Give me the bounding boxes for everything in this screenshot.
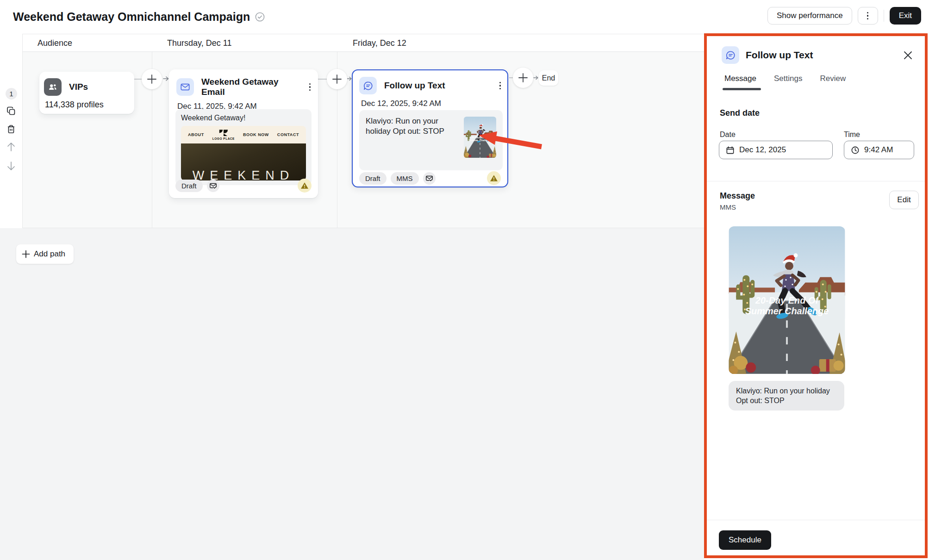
sms-channel-badge: MMS xyxy=(391,172,419,185)
sms-card-selected[interactable]: Follow up Text Dec 12, 2025, 9:42 AM Kla… xyxy=(352,69,508,187)
sms-detail-panel: Follow up Text Message Settings Review S… xyxy=(704,33,928,558)
email-template-thumbnail: ABOUT LOGO PLACE BOOK NOW CONTACT WEEKEN… xyxy=(181,126,306,180)
sms-delivery-icon xyxy=(423,172,436,185)
panel-sms-icon xyxy=(722,46,739,64)
close-panel-icon[interactable] xyxy=(903,50,913,60)
kebab-icon xyxy=(867,12,869,20)
email-icon xyxy=(176,78,194,96)
add-step-button[interactable] xyxy=(327,69,347,89)
email-card-menu[interactable] xyxy=(309,83,311,91)
message-type-label: MMS xyxy=(720,203,736,211)
email-nav-book-now: BOOK NOW xyxy=(243,132,269,137)
end-node: End xyxy=(539,70,558,86)
add-path-button[interactable]: Add path xyxy=(16,244,74,264)
panel-title: Follow up Text xyxy=(746,50,813,61)
column-divider xyxy=(152,34,152,228)
column-audience: Audience xyxy=(37,34,72,52)
calendar-icon xyxy=(726,146,735,155)
exit-button[interactable]: Exit xyxy=(890,7,921,25)
message-heading: Message xyxy=(720,191,755,201)
mms-image-preview xyxy=(729,226,845,374)
schedule-button[interactable]: Schedule xyxy=(719,530,771,550)
add-step-button[interactable] xyxy=(513,68,533,88)
sms-card-datetime: Dec 12, 2025, 9:42 AM xyxy=(353,94,507,108)
clock-icon xyxy=(851,146,860,155)
sms-preview: Klaviyo: Run on your holiday Opt out: ST… xyxy=(359,110,503,170)
move-row-down-icon[interactable] xyxy=(6,161,16,171)
active-tab-indicator xyxy=(723,88,761,90)
header-divider xyxy=(884,10,884,22)
panel-tabs: Message Settings Review xyxy=(724,74,846,90)
page-title: Weekend Getaway Omnichannel Campaign xyxy=(13,0,265,34)
date-label: Date xyxy=(720,131,736,139)
campaign-title: Weekend Getaway Omnichannel Campaign xyxy=(13,10,250,24)
email-status-badge: Draft xyxy=(175,180,203,192)
header-actions: Show performance Exit xyxy=(767,7,921,25)
row-number-badge: 1 xyxy=(6,88,17,100)
send-date-heading: Send date xyxy=(720,108,760,118)
connector-arrow-icon xyxy=(533,75,539,81)
tab-message[interactable]: Message xyxy=(724,74,756,90)
date-input[interactable]: Dec 12, 2025 xyxy=(719,141,833,159)
tab-review[interactable]: Review xyxy=(820,74,846,90)
email-card-title: Weekend Getaway Email xyxy=(201,77,302,97)
edit-message-button[interactable]: Edit xyxy=(889,191,919,209)
timeline-column-header: Audience Thursday, Dec 11 Friday, Dec 12 xyxy=(0,34,704,52)
audience-card[interactable]: VIPs 114,338 profiles xyxy=(39,72,134,114)
move-row-up-icon[interactable] xyxy=(6,142,16,152)
duplicate-row-icon[interactable] xyxy=(6,106,16,116)
check-circle-icon xyxy=(255,12,265,22)
sms-warning-icon xyxy=(487,171,501,185)
section-divider xyxy=(707,181,925,181)
connector-line xyxy=(318,79,327,80)
connector-arrow-icon xyxy=(163,75,169,82)
audience-profiles-count: 114,338 profiles xyxy=(39,96,134,110)
audience-card-title: VIPs xyxy=(69,82,128,92)
add-step-button[interactable] xyxy=(142,69,162,89)
email-subject: Weekend Getaway! xyxy=(175,109,312,122)
footer-divider xyxy=(707,520,925,520)
email-preview: Weekend Getaway! ABOUT LOGO PLACE BOOK N… xyxy=(175,109,312,185)
show-performance-button[interactable]: Show performance xyxy=(767,7,852,25)
sms-card-title: Follow up Text xyxy=(384,81,492,91)
email-nav-contact: CONTACT xyxy=(277,132,299,137)
column-friday: Friday, Dec 12 xyxy=(353,34,406,52)
sms-icon xyxy=(359,77,377,94)
time-label: Time xyxy=(844,131,860,139)
more-options-button[interactable] xyxy=(858,7,878,25)
sms-status-badge: Draft xyxy=(359,172,387,185)
column-divider xyxy=(337,34,337,228)
column-thursday: Thursday, Dec 11 xyxy=(167,34,231,52)
audience-people-icon xyxy=(44,78,62,96)
time-input[interactable]: 9:42 AM xyxy=(844,141,914,159)
email-logo: LOGO PLACE xyxy=(212,130,235,140)
campaign-canvas: Audience Thursday, Dec 11 Friday, Dec 12… xyxy=(0,34,704,560)
app-header: Weekend Getaway Omnichannel Campaign Sho… xyxy=(0,0,929,34)
delete-row-icon[interactable] xyxy=(6,124,16,134)
sms-preview-text: Klaviyo: Run on your holiday Opt out: ST… xyxy=(359,110,467,143)
sms-card-menu[interactable] xyxy=(499,82,501,90)
email-warning-icon xyxy=(298,179,312,193)
row-toolbar: 1 xyxy=(0,34,23,228)
sms-preview-image xyxy=(464,117,496,158)
mms-text-bubble: Klaviyo: Run on your holiday Opt out: ST… xyxy=(729,381,844,411)
tab-settings[interactable]: Settings xyxy=(774,74,802,90)
email-nav-about: ABOUT xyxy=(188,132,204,137)
email-card[interactable]: Weekend Getaway Email Dec 11, 2025, 9:42… xyxy=(169,69,318,198)
email-delivery-icon xyxy=(207,180,219,192)
